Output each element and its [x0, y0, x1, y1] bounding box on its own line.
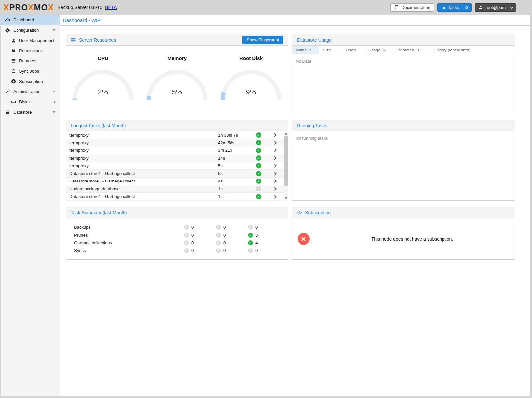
beta-link[interactable]: BETA	[105, 5, 117, 10]
sidebar-item-user-management[interactable]: User Management	[1, 35, 60, 46]
task-duration: 1s	[218, 186, 249, 191]
error-count: 0	[191, 248, 194, 253]
logo-x3: X	[48, 3, 54, 12]
memory-gauge: Memory 5%	[140, 46, 214, 113]
panel-title: Server Resources	[79, 37, 116, 43]
task-row[interactable]: Datastore store1 - Garbage collect 4s ✓	[66, 178, 288, 185]
sidebar-item-label: Remotes	[19, 58, 36, 63]
sidebar-item-datastore[interactable]: Datastore	[1, 107, 60, 117]
sidebar-item-label: User Management	[19, 38, 54, 43]
sidebar-item-label: Subscription	[19, 79, 43, 84]
sidebar-item-label: Dashboard	[13, 17, 34, 22]
summary-row-syncs: Syncs ×0 !0 ✓0	[74, 247, 280, 255]
show-fingerprint-button[interactable]: Show Fingerprint	[242, 36, 283, 44]
cpu-gauge: CPU 2%	[66, 46, 140, 113]
task-row[interactable]: termproxy 3m 21s ✓	[66, 147, 288, 154]
status-ok-icon: ✓	[256, 194, 261, 199]
task-name: termproxy	[66, 140, 218, 145]
task-row[interactable]: Update package database 1s ?	[66, 185, 288, 193]
summary-label: Syncs	[74, 248, 184, 253]
user-label: root@pam	[485, 5, 506, 10]
vertical-scrollbar[interactable]	[284, 131, 288, 201]
chevron-right-icon[interactable]	[273, 187, 276, 191]
sidebar-item-label: Administration	[13, 89, 40, 94]
column-header-usage[interactable]: Usage %	[365, 46, 392, 54]
task-duration: 5s	[218, 171, 249, 176]
book-icon	[394, 5, 399, 10]
summary-label: Prunes	[74, 233, 184, 238]
task-name: Datastore store1 - Garbage collect	[66, 179, 218, 183]
error-count-icon: ×	[184, 233, 189, 238]
warning-count: 0	[223, 225, 226, 230]
sidebar-item-label: Sync Jobs	[19, 69, 39, 74]
scroll-down-arrow[interactable]	[285, 197, 287, 199]
status-ok-icon: ✓	[256, 163, 261, 168]
chevron-right-icon[interactable]	[273, 156, 276, 160]
sidebar-item-configuration[interactable]: Configuration	[1, 25, 60, 35]
sidebar-item-subscription[interactable]: Subscription	[1, 76, 60, 86]
task-duration: 1s	[218, 194, 249, 199]
user-icon	[479, 5, 483, 10]
task-row[interactable]: Datastore store1 - Garbage collect 1s ✓	[66, 193, 288, 200]
summary-label: Garbage collections	[74, 240, 184, 245]
sidebar-item-permissions[interactable]: Permissions	[1, 46, 60, 56]
error-count-icon: ×	[184, 240, 189, 245]
task-name: Datastore store1 - Garbage collect	[66, 171, 218, 176]
gauge-value: 2%	[72, 88, 134, 96]
gauge-label: Root Disk	[239, 55, 263, 61]
ok-count: 0	[255, 248, 258, 253]
chevron-right-icon[interactable]	[273, 164, 276, 168]
gauge-label: CPU	[98, 55, 108, 61]
column-header-history[interactable]: History (last Month)	[430, 46, 515, 54]
scroll-up-arrow[interactable]	[285, 133, 287, 135]
user-menu-button[interactable]: root@pam	[475, 3, 516, 12]
chevron-right-icon[interactable]	[273, 172, 276, 175]
page-title: Dashboard - WIP	[63, 17, 101, 23]
sidebar-item-dashboard[interactable]: Dashboard	[1, 15, 60, 25]
summary-row-prunes: Prunes ×0 !0 ✓3	[74, 231, 280, 239]
task-duration: 1h 38m 7s	[218, 133, 249, 138]
sidebar-item-disks[interactable]: Disks	[1, 97, 60, 107]
chevron-down-icon	[53, 29, 56, 31]
scrollbar-thumb[interactable]	[284, 136, 288, 186]
no-running-tasks-text: No running tasks	[292, 131, 515, 145]
chevron-right-icon[interactable]	[273, 133, 276, 137]
sidebar-item-label: Configuration	[13, 28, 39, 33]
task-row[interactable]: termproxy 42m 58s ✓	[66, 139, 288, 147]
sidebar-item-administration[interactable]: Administration	[1, 86, 60, 97]
column-header-name[interactable]: Name ↑	[292, 46, 319, 54]
sidebar-item-label: Disks	[19, 99, 30, 104]
sidebar-item-sync-jobs[interactable]: Sync Jobs	[1, 66, 60, 76]
chevron-right-icon[interactable]	[273, 141, 276, 145]
warning-count-icon: !	[216, 248, 221, 253]
task-row[interactable]: termproxy 5s ✓	[66, 162, 288, 170]
chevron-right-icon[interactable]	[273, 149, 276, 152]
documentation-button[interactable]: Documentation	[390, 3, 434, 12]
logo-letters: MO	[34, 3, 48, 12]
task-row[interactable]: Datastore store1 - Garbage collect 5s ✓	[66, 170, 288, 177]
chevron-down-icon	[510, 5, 513, 9]
column-label: History (last Month)	[433, 48, 471, 52]
task-duration: 42m 58s	[218, 140, 249, 145]
hdd-icon	[11, 99, 16, 105]
warning-count: 0	[223, 233, 226, 238]
sidebar-item-remotes[interactable]: Remotes	[1, 56, 60, 66]
status-ok-icon: ✓	[256, 179, 261, 184]
chevron-down-icon	[53, 111, 56, 113]
server-resources-panel: Server Resources Show Fingerprint CPU 2%…	[66, 34, 288, 113]
column-header-estimated-full[interactable]: Estimated Full	[392, 46, 430, 54]
server-resources-icon	[71, 37, 76, 43]
task-row[interactable]: termproxy 14s ✓	[66, 154, 288, 162]
task-duration: 4s	[218, 179, 249, 183]
error-count-icon: ×	[184, 248, 189, 253]
root-disk-gauge: Root Disk 9%	[214, 46, 288, 113]
tasks-label: Tasks	[448, 5, 459, 10]
chevron-right-icon[interactable]	[273, 195, 276, 198]
window-edge-left	[0, 15, 1, 398]
chevron-right-icon[interactable]	[273, 179, 276, 183]
column-header-size[interactable]: Size	[319, 46, 342, 54]
task-summary-panel: Task Summary (last Month) Backups ×0 !0 …	[66, 207, 288, 260]
task-row[interactable]: termproxy 1h 38m 7s ✓	[66, 131, 288, 139]
tasks-button[interactable]: Tasks 0	[437, 3, 472, 12]
column-header-used[interactable]: Used	[342, 46, 365, 54]
